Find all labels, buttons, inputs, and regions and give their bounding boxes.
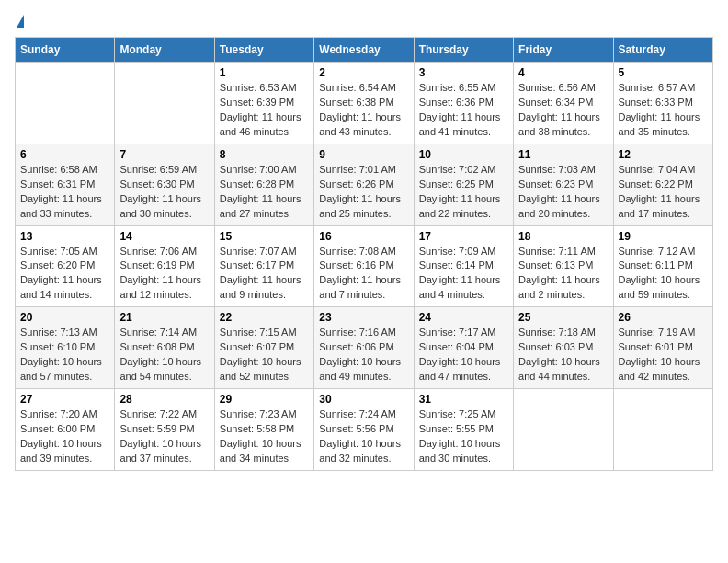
calendar-cell: 22Sunrise: 7:15 AMSunset: 6:07 PMDayligh… (214, 307, 313, 389)
day-number: 2 (319, 66, 408, 79)
day-detail: Sunrise: 6:57 AMSunset: 6:33 PMDaylight:… (619, 81, 708, 140)
day-number: 27 (20, 393, 109, 406)
calendar-cell: 15Sunrise: 7:07 AMSunset: 6:17 PMDayligh… (214, 225, 313, 307)
weekday-header-friday: Friday (514, 38, 613, 63)
day-detail: Sunrise: 7:11 AMSunset: 6:13 PMDaylight:… (518, 245, 608, 304)
day-number: 26 (619, 311, 708, 324)
calendar-cell: 12Sunrise: 7:04 AMSunset: 6:22 PMDayligh… (613, 144, 712, 225)
day-number: 12 (619, 148, 708, 161)
day-number: 15 (220, 230, 309, 243)
weekday-header-row: SundayMondayTuesdayWednesdayThursdayFrid… (16, 38, 713, 63)
calendar-cell: 29Sunrise: 7:23 AMSunset: 5:58 PMDayligh… (214, 389, 313, 471)
day-detail: Sunrise: 6:54 AMSunset: 6:38 PMDaylight:… (319, 81, 408, 140)
day-number: 24 (419, 311, 508, 324)
day-detail: Sunrise: 7:03 AMSunset: 6:23 PMDaylight:… (518, 163, 608, 222)
calendar-cell: 11Sunrise: 7:03 AMSunset: 6:23 PMDayligh… (514, 144, 613, 225)
day-number: 29 (220, 393, 309, 406)
day-number: 21 (119, 311, 209, 324)
day-number: 25 (518, 311, 608, 324)
calendar-week-row: 27Sunrise: 7:20 AMSunset: 6:00 PMDayligh… (16, 389, 713, 471)
day-number: 4 (518, 66, 608, 79)
page-header (15, 15, 713, 28)
weekday-header-tuesday: Tuesday (214, 38, 313, 63)
day-number: 19 (619, 230, 708, 243)
calendar-cell: 14Sunrise: 7:06 AMSunset: 6:19 PMDayligh… (115, 225, 214, 307)
day-number: 20 (20, 311, 109, 324)
day-detail: Sunrise: 7:15 AMSunset: 6:07 PMDaylight:… (220, 326, 309, 385)
calendar-week-row: 13Sunrise: 7:05 AMSunset: 6:20 PMDayligh… (16, 225, 713, 307)
calendar-cell: 30Sunrise: 7:24 AMSunset: 5:56 PMDayligh… (314, 389, 414, 471)
calendar-cell: 2Sunrise: 6:54 AMSunset: 6:38 PMDaylight… (314, 63, 414, 144)
day-detail: Sunrise: 7:20 AMSunset: 6:00 PMDaylight:… (20, 408, 109, 466)
calendar-cell: 18Sunrise: 7:11 AMSunset: 6:13 PMDayligh… (514, 225, 613, 307)
day-detail: Sunrise: 7:02 AMSunset: 6:25 PMDaylight:… (419, 163, 508, 222)
day-number: 16 (319, 230, 408, 243)
weekday-header-saturday: Saturday (613, 38, 712, 63)
day-detail: Sunrise: 7:05 AMSunset: 6:20 PMDaylight:… (20, 245, 109, 304)
day-detail: Sunrise: 7:14 AMSunset: 6:08 PMDaylight:… (119, 326, 209, 385)
calendar-cell: 16Sunrise: 7:08 AMSunset: 6:16 PMDayligh… (314, 225, 414, 307)
calendar-cell (613, 389, 712, 471)
calendar-table: SundayMondayTuesdayWednesdayThursdayFrid… (15, 37, 713, 471)
calendar-week-row: 1Sunrise: 6:53 AMSunset: 6:39 PMDaylight… (16, 63, 713, 144)
calendar-cell (16, 63, 115, 144)
day-number: 23 (319, 311, 408, 324)
day-number: 31 (419, 393, 508, 406)
day-number: 9 (319, 148, 408, 161)
calendar-cell: 27Sunrise: 7:20 AMSunset: 6:00 PMDayligh… (16, 389, 115, 471)
calendar-cell (514, 389, 613, 471)
day-detail: Sunrise: 7:19 AMSunset: 6:01 PMDaylight:… (619, 326, 708, 385)
calendar-cell: 9Sunrise: 7:01 AMSunset: 6:26 PMDaylight… (314, 144, 414, 225)
day-detail: Sunrise: 7:09 AMSunset: 6:14 PMDaylight:… (419, 245, 508, 304)
calendar-cell: 8Sunrise: 7:00 AMSunset: 6:28 PMDaylight… (214, 144, 313, 225)
day-detail: Sunrise: 7:23 AMSunset: 5:58 PMDaylight:… (220, 408, 309, 466)
calendar-cell: 20Sunrise: 7:13 AMSunset: 6:10 PMDayligh… (16, 307, 115, 389)
calendar-cell: 28Sunrise: 7:22 AMSunset: 5:59 PMDayligh… (115, 389, 214, 471)
day-detail: Sunrise: 7:13 AMSunset: 6:10 PMDaylight:… (20, 326, 109, 385)
day-detail: Sunrise: 7:17 AMSunset: 6:04 PMDaylight:… (419, 326, 508, 385)
day-detail: Sunrise: 7:22 AMSunset: 5:59 PMDaylight:… (119, 408, 209, 466)
calendar-cell: 26Sunrise: 7:19 AMSunset: 6:01 PMDayligh… (613, 307, 712, 389)
day-number: 6 (20, 148, 109, 161)
day-detail: Sunrise: 7:04 AMSunset: 6:22 PMDaylight:… (619, 163, 708, 222)
calendar-cell: 10Sunrise: 7:02 AMSunset: 6:25 PMDayligh… (414, 144, 513, 225)
day-detail: Sunrise: 7:00 AMSunset: 6:28 PMDaylight:… (220, 163, 309, 222)
calendar-cell: 25Sunrise: 7:18 AMSunset: 6:03 PMDayligh… (514, 307, 613, 389)
calendar-cell: 23Sunrise: 7:16 AMSunset: 6:06 PMDayligh… (314, 307, 414, 389)
calendar-cell: 5Sunrise: 6:57 AMSunset: 6:33 PMDaylight… (613, 63, 712, 144)
calendar-cell: 21Sunrise: 7:14 AMSunset: 6:08 PMDayligh… (115, 307, 214, 389)
day-detail: Sunrise: 7:24 AMSunset: 5:56 PMDaylight:… (319, 408, 408, 466)
calendar-cell: 7Sunrise: 6:59 AMSunset: 6:30 PMDaylight… (115, 144, 214, 225)
calendar-cell: 19Sunrise: 7:12 AMSunset: 6:11 PMDayligh… (613, 225, 712, 307)
calendar-cell: 13Sunrise: 7:05 AMSunset: 6:20 PMDayligh… (16, 225, 115, 307)
day-number: 28 (119, 393, 209, 406)
calendar-week-row: 6Sunrise: 6:58 AMSunset: 6:31 PMDaylight… (16, 144, 713, 225)
logo (15, 15, 24, 28)
calendar-cell: 6Sunrise: 6:58 AMSunset: 6:31 PMDaylight… (16, 144, 115, 225)
calendar-cell (115, 63, 214, 144)
day-detail: Sunrise: 7:16 AMSunset: 6:06 PMDaylight:… (319, 326, 408, 385)
day-number: 18 (518, 230, 608, 243)
day-number: 10 (419, 148, 508, 161)
day-detail: Sunrise: 6:55 AMSunset: 6:36 PMDaylight:… (419, 81, 508, 140)
day-number: 8 (220, 148, 309, 161)
day-detail: Sunrise: 7:18 AMSunset: 6:03 PMDaylight:… (518, 326, 608, 385)
day-detail: Sunrise: 7:01 AMSunset: 6:26 PMDaylight:… (319, 163, 408, 222)
day-detail: Sunrise: 6:56 AMSunset: 6:34 PMDaylight:… (518, 81, 608, 140)
day-number: 17 (419, 230, 508, 243)
day-detail: Sunrise: 7:08 AMSunset: 6:16 PMDaylight:… (319, 245, 408, 304)
day-detail: Sunrise: 6:59 AMSunset: 6:30 PMDaylight:… (119, 163, 209, 222)
calendar-cell: 31Sunrise: 7:25 AMSunset: 5:55 PMDayligh… (414, 389, 513, 471)
day-number: 7 (119, 148, 209, 161)
day-number: 1 (220, 66, 309, 79)
logo-icon (17, 15, 24, 28)
day-detail: Sunrise: 7:06 AMSunset: 6:19 PMDaylight:… (119, 245, 209, 304)
weekday-header-wednesday: Wednesday (314, 38, 414, 63)
day-number: 11 (518, 148, 608, 161)
day-detail: Sunrise: 7:12 AMSunset: 6:11 PMDaylight:… (619, 245, 708, 304)
calendar-cell: 1Sunrise: 6:53 AMSunset: 6:39 PMDaylight… (214, 63, 313, 144)
day-number: 5 (619, 66, 708, 79)
calendar-cell: 4Sunrise: 6:56 AMSunset: 6:34 PMDaylight… (514, 63, 613, 144)
calendar-week-row: 20Sunrise: 7:13 AMSunset: 6:10 PMDayligh… (16, 307, 713, 389)
day-detail: Sunrise: 6:53 AMSunset: 6:39 PMDaylight:… (220, 81, 309, 140)
